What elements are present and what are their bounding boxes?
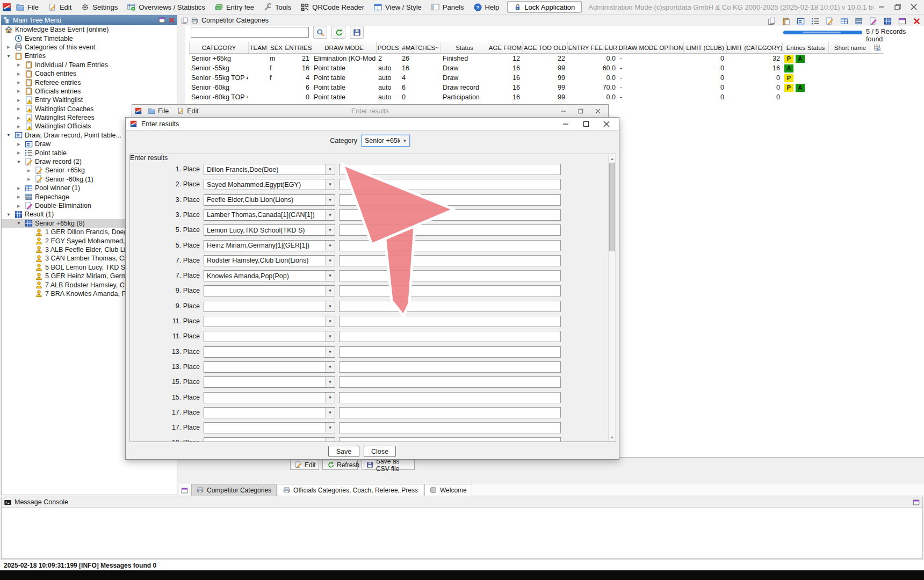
- toolbar-docpencil2-button[interactable]: [868, 16, 878, 26]
- cell-draw_mode[interactable]: Point table: [312, 73, 376, 83]
- place-input-18[interactable]: [339, 437, 561, 442]
- cell-age_from[interactable]: 16: [488, 92, 522, 102]
- place-combobox-2[interactable]: Feefle Elder,Club Lion(Lions) ▼: [204, 194, 335, 206]
- menu-item-panels[interactable]: Panels: [427, 1, 469, 13]
- chevron-down-icon[interactable]: ▼: [325, 408, 335, 418]
- cell-team[interactable]: [248, 73, 268, 83]
- cell-badges[interactable]: PA: [782, 54, 828, 63]
- cell-draw_mode_option[interactable]: -: [618, 54, 683, 63]
- column-header-draw_mode[interactable]: DRAW MODE: [312, 42, 376, 54]
- search-input[interactable]: [191, 27, 309, 38]
- refresh-button[interactable]: [331, 26, 345, 39]
- place-input-16[interactable]: [339, 407, 561, 418]
- cell-matches[interactable]: 26: [400, 54, 441, 63]
- cell-age_from[interactable]: 12: [488, 54, 522, 63]
- column-header-draw_mode_option[interactable]: DRAW MODE OPTION: [618, 42, 683, 54]
- cell-status[interactable]: Draw record: [441, 83, 488, 92]
- save-button[interactable]: Save: [328, 446, 359, 457]
- save-as-csv-file-button[interactable]: Save as CSV file: [362, 460, 415, 470]
- chevron-down-icon[interactable]: ▼: [325, 179, 335, 190]
- cell-entry_fee[interactable]: 70.0: [567, 83, 618, 92]
- expand-icon[interactable]: ▶: [15, 194, 23, 199]
- cell-sex[interactable]: f: [268, 63, 285, 73]
- place-combobox-11[interactable]: ▼: [204, 331, 335, 342]
- edit-button[interactable]: Edit: [290, 460, 319, 470]
- place-combobox-5[interactable]: Heinz Miriam,Germany[1](GER[1]) ▼: [204, 240, 335, 251]
- place-combobox-16[interactable]: ▼: [204, 407, 335, 418]
- tree-item-8[interactable]: ▶Entry Waitinglist: [2, 96, 177, 104]
- cell-entries[interactable]: 16: [285, 63, 312, 73]
- cell-pools[interactable]: auto: [376, 73, 400, 83]
- toolbar-pool-button[interactable]: [839, 16, 849, 26]
- tree-item-1[interactable]: Event Timetable: [2, 34, 177, 42]
- cell-team[interactable]: [248, 63, 268, 73]
- place-input-7[interactable]: [339, 270, 561, 281]
- cell-age_from[interactable]: 16: [488, 73, 522, 83]
- tree-item-2[interactable]: ▶Categories of this event: [2, 43, 177, 52]
- cell-age_too_old[interactable]: 99: [522, 92, 567, 102]
- chevron-down-icon[interactable]: ▼: [325, 301, 335, 311]
- menu-item-edit[interactable]: Edit: [44, 1, 76, 13]
- cell-sex[interactable]: f: [268, 73, 285, 83]
- cell-limit_category[interactable]: 0: [726, 83, 782, 92]
- scroll-up-icon[interactable]: ▲: [609, 155, 616, 162]
- cell-age_from[interactable]: 16: [488, 63, 522, 73]
- toolbar-pages-button[interactable]: [766, 16, 777, 26]
- cell-badges[interactable]: A: [782, 63, 828, 73]
- cell-entry_fee[interactable]: 0.0: [567, 92, 618, 102]
- dialog-minimize-button[interactable]: [558, 118, 574, 130]
- save-list-button[interactable]: [350, 26, 364, 39]
- tree-item-3[interactable]: ▼Entries: [2, 52, 177, 60]
- expand-icon[interactable]: ▶: [15, 106, 23, 111]
- expand-icon[interactable]: ▶: [25, 177, 33, 182]
- place-combobox-12[interactable]: ▼: [204, 346, 335, 358]
- expand-icon[interactable]: ▶: [15, 89, 23, 93]
- cell-category[interactable]: Senior -60kg: [189, 83, 248, 92]
- place-combobox-0[interactable]: Dillon Francis,Doe(Doe) ▼: [204, 164, 335, 175]
- refresh-button[interactable]: Refresh: [322, 460, 358, 470]
- place-combobox-1[interactable]: Sayed Mohammed,Egypt(EGY) ▼: [204, 179, 335, 190]
- cell-badges[interactable]: PA: [782, 83, 828, 92]
- place-input-12[interactable]: [339, 346, 561, 358]
- chevron-down-icon[interactable]: ▼: [325, 377, 335, 387]
- cell-short_name[interactable]: [828, 54, 871, 63]
- cell-limit_club[interactable]: 0: [683, 63, 726, 73]
- cell-limit_club[interactable]: 0: [683, 92, 726, 102]
- cell-matches[interactable]: 0: [400, 92, 441, 102]
- tab-0[interactable]: Competitor Categories: [191, 484, 277, 496]
- back-menu-edit[interactable]: Edit: [173, 107, 203, 115]
- tree-item-0[interactable]: Knowledge Base Event (online): [2, 25, 177, 34]
- expand-icon[interactable]: ▶: [15, 98, 23, 103]
- place-combobox-7[interactable]: Knowles Amanda,Pop(Pop) ▼: [204, 270, 335, 281]
- cell-badges[interactable]: [782, 92, 828, 102]
- expand-icon[interactable]: ▶: [15, 71, 23, 76]
- column-header-limit_category[interactable]: LIMIT (CATEGORY): [726, 42, 782, 54]
- chevron-down-icon[interactable]: ▼: [325, 225, 335, 235]
- cell-age_too_old[interactable]: 22: [522, 54, 567, 63]
- place-combobox-3[interactable]: Lamber Thomas,Canada[1](CAN[1]) ▼: [204, 209, 335, 221]
- cell-age_too_old[interactable]: 99: [522, 73, 567, 83]
- cell-limit_club[interactable]: 0: [683, 54, 726, 63]
- place-input-14[interactable]: [339, 376, 561, 388]
- cell-pools[interactable]: 2: [376, 54, 400, 63]
- collapse-icon[interactable]: ▼: [15, 221, 23, 226]
- cell-draw_mode[interactable]: Elimination (KO-Mode): [312, 54, 376, 63]
- cell-category[interactable]: Senior +65kg: [189, 54, 248, 63]
- menu-item-qrcode-reader[interactable]: QRCode Reader: [296, 1, 369, 13]
- cell-limit_category[interactable]: 16: [726, 63, 782, 73]
- chevron-down-icon[interactable]: ▼: [325, 423, 335, 433]
- toolbar-draw-button[interactable]: [795, 16, 806, 26]
- chevron-down-icon[interactable]: ▼: [325, 393, 335, 403]
- cell-entries[interactable]: 6: [285, 83, 312, 92]
- expand-icon[interactable]: ▶: [15, 186, 23, 191]
- cell-short_name[interactable]: [828, 63, 871, 73]
- expand-icon[interactable]: ▶: [15, 204, 23, 208]
- cell-matches[interactable]: 4: [400, 73, 441, 83]
- chevron-down-icon[interactable]: ▼: [400, 135, 409, 146]
- column-header-age_too_old[interactable]: AGE TOO OLD: [522, 42, 567, 54]
- dialog-close-button[interactable]: [598, 118, 615, 130]
- cell-sex[interactable]: [268, 83, 285, 92]
- tab-2[interactable]: Welcome: [424, 484, 472, 496]
- expand-icon[interactable]: ▶: [15, 80, 23, 85]
- place-combobox-9[interactable]: ▼: [204, 301, 335, 312]
